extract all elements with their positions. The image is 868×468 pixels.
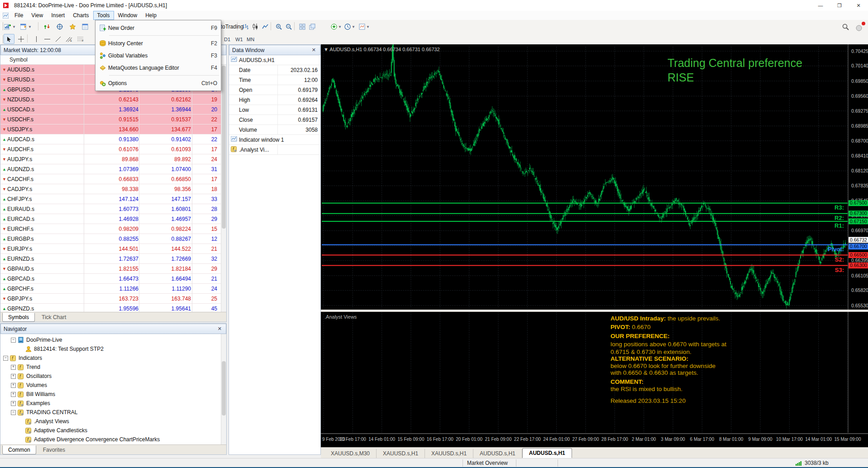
timeframe-mn-button[interactable]: MN (244, 34, 257, 44)
crosshair-button[interactable] (15, 34, 26, 44)
data-window-section-9[interactable]: f.Analyst Vi... (229, 145, 320, 155)
expand-icon[interactable]: + (11, 392, 16, 397)
tab-common[interactable]: Common (2, 445, 36, 454)
chart-window[interactable]: Trading Central preferenceRISE▼ AUDUSD.s… (321, 44, 868, 447)
trendline-button[interactable] (52, 34, 63, 44)
menu-item-history-center[interactable]: History CenterF2 (95, 37, 221, 49)
tab-favorites[interactable]: Favorites (37, 445, 71, 454)
market-watch-row-eurnzd-s[interactable]: ▲EURNZD.s1.726371.7266932 (0, 254, 226, 264)
expand-icon[interactable]: + (11, 365, 16, 370)
navigator-item-oscillators[interactable]: +fOscillators (0, 372, 226, 381)
menu-file[interactable]: File (11, 11, 27, 19)
periods-button[interactable]: ▼ (344, 21, 356, 32)
navigator-scrollbar[interactable] (221, 334, 226, 445)
chart-tab-xauusd-s-h1-2[interactable]: XAUUSD.s,H1 (425, 449, 473, 458)
indicators-button[interactable]: ▼ (330, 21, 342, 32)
close-icon[interactable]: ✕ (216, 326, 223, 332)
menu-item-options[interactable]: OptionsCtrl+O (95, 77, 221, 89)
tab-symbols[interactable]: Symbols (2, 313, 35, 322)
menu-item-metaquotes-language-editor[interactable]: MetaQuotes Language EditorF4 (95, 62, 221, 74)
menu-insert[interactable]: Insert (48, 11, 68, 19)
chart-tab-audusd-s-h1-3[interactable]: AUDUSD.s,H1 (473, 449, 522, 458)
navigator-item-adaptive-divergence-convergence-chartpri[interactable]: fAdaptive Divergence Convergence ChartPr… (0, 435, 226, 444)
market-watch-row-gbpjpy-s[interactable]: ▼GBPJPY.s163.723163.74825 (0, 294, 226, 304)
data-window-title-bar[interactable]: Data Window ✕ (229, 45, 320, 55)
cascade-windows-button[interactable] (307, 21, 318, 32)
menu-item-global-variables[interactable]: Global VariablesF3 (95, 49, 221, 62)
menu-item-new-order[interactable]: New OrderF9 (95, 22, 221, 34)
close-icon[interactable]: ✕ (310, 47, 317, 53)
maximize-button[interactable]: ❐ (830, 0, 849, 11)
market-watch-row-nzdusd-s[interactable]: ▼NZDUSD.s0.621430.6216219 (0, 95, 226, 105)
navigator-item-8812414-test-support-stp2[interactable]: 8812414: Test Support STP2 (0, 344, 226, 353)
navigator-item-trading-central[interactable]: −fTRADING CENTRAL (0, 408, 226, 417)
collapse-icon[interactable]: − (3, 356, 8, 361)
navigator-item-trend[interactable]: +fTrend (0, 363, 226, 372)
notifications-button[interactable] (854, 23, 864, 33)
profiles-button[interactable]: ▼ (20, 21, 32, 32)
market-watch-row-usdchf-s[interactable]: ▼USDCHF.s0.915150.9153722 (0, 115, 226, 124)
market-watch-row-eurchf-s[interactable]: ▼EURCHF.s0.982090.9822415 (0, 224, 226, 234)
chart-tab-xauusd-s-h1-1[interactable]: XAUUSD.s,H1 (377, 449, 425, 458)
zoom-out-button[interactable] (283, 21, 294, 32)
menu-charts[interactable]: Charts (69, 11, 92, 19)
menu-window[interactable]: Window (114, 11, 141, 19)
navigator-item--analyst-views[interactable]: f.Analyst Views (0, 417, 226, 426)
menu-help[interactable]: Help (142, 11, 160, 19)
navigator-title-bar[interactable]: Navigator ✕ (0, 324, 226, 334)
navigator-item-indicators[interactable]: −fIndicators (0, 353, 226, 363)
data-window-row-open[interactable]: Open0.69179 (229, 85, 320, 95)
market-watch-row-euraud-s[interactable]: ▲EURAUD.s1.607731.6080128 (0, 204, 226, 214)
market-watch-row-eurjpy-s[interactable]: ▼EURJPY.s144.501144.52221 (0, 244, 226, 254)
expand-icon[interactable]: + (11, 401, 16, 406)
data-window-row-high[interactable]: High0.69264 (229, 95, 320, 105)
market-watch-row-audcad-s[interactable]: ▲AUDCAD.s0.913800.9140222 (0, 134, 226, 144)
fibonacci-button[interactable]: F (75, 34, 86, 44)
navigator-button[interactable] (67, 21, 78, 32)
collapse-icon[interactable]: − (11, 410, 16, 415)
tile-windows-button[interactable] (297, 21, 308, 32)
market-watch-row-cadchf-s[interactable]: ▼CADCHF.s0.668330.6685017 (0, 174, 226, 184)
candlestick-chart-button[interactable] (250, 21, 261, 32)
new-chart-button[interactable]: ▼ (4, 21, 16, 32)
line-chart-button[interactable] (260, 21, 271, 32)
market-watch-row-audjpy-s[interactable]: ▼AUDJPY.s89.86889.89224 (0, 154, 226, 164)
market-watch-button[interactable] (42, 21, 52, 32)
navigator-item-volumes[interactable]: +fVolumes (0, 381, 226, 390)
market-watch-scrollbar[interactable] (221, 65, 226, 312)
data-window-row-close[interactable]: Close0.69157 (229, 115, 320, 125)
expand-icon[interactable]: + (11, 374, 16, 379)
navigator-item-dooprime-live[interactable]: −DooPrime-Live (0, 335, 226, 344)
market-watch-row-cadjpy-s[interactable]: ▼CADJPY.s98.33898.35618 (0, 184, 226, 194)
market-watch-row-audchf-s[interactable]: ▼AUDCHF.s0.610760.6109317 (0, 144, 226, 154)
search-button[interactable] (840, 21, 851, 32)
minimize-button[interactable]: — (811, 0, 830, 11)
market-watch-row-audnzd-s[interactable]: ▲AUDNZD.s1.073691.0740031 (0, 164, 226, 174)
market-watch-row-gbpnzd-s[interactable]: ▲GBPNZD.s1.955961.9564145 (0, 304, 226, 312)
expand-icon[interactable]: + (11, 383, 16, 388)
market-watch-row-chfjpy-s[interactable]: ▲CHFJPY.s147.124147.15733 (0, 194, 226, 204)
navigator-item-bill-williams[interactable]: +fBill Williams (0, 390, 226, 399)
data-window-row-volume[interactable]: Volume3058 (229, 125, 320, 135)
equidistant-channel-button[interactable]: E (63, 34, 74, 44)
tab-tick-chart[interactable]: Tick Chart (36, 313, 72, 322)
market-watch-row-usdcad-s[interactable]: ▲USDCAD.s1.369241.3694420 (0, 105, 226, 115)
data-window-section-0[interactable]: AUDUSD.s,H1 (229, 55, 320, 65)
market-watch-row-eurcad-s[interactable]: ▲EURCAD.s1.469281.4695729 (0, 214, 226, 224)
market-watch-row-gbpaud-s[interactable]: ▼GBPAUD.s1.821551.8218429 (0, 264, 226, 274)
data-window-section-8[interactable]: Indicator window 1 (229, 135, 320, 145)
market-watch-row-usdjpy-s[interactable]: ▼USDJPY.s134.660134.67717 (0, 124, 226, 134)
timeframe-d1-button[interactable]: D1 (221, 34, 233, 44)
menu-view[interactable]: View (28, 11, 47, 19)
data-window-row-low[interactable]: Low0.69131 (229, 105, 320, 115)
market-watch-row-eurgbp-s[interactable]: ▲EURGBP.s0.882550.8826712 (0, 234, 226, 244)
zoom-in-button[interactable] (273, 21, 284, 32)
vertical-line-button[interactable] (31, 34, 42, 44)
market-watch-row-gbpcad-s[interactable]: ▲GBPCAD.s1.664731.6649421 (0, 274, 226, 284)
close-button[interactable]: ✕ (849, 0, 868, 11)
data-window-row-date[interactable]: Date2023.02.16 (229, 65, 320, 75)
data-window-button[interactable] (54, 21, 65, 32)
templates-button[interactable]: ▼ (358, 21, 370, 32)
collapse-icon[interactable]: − (11, 338, 16, 343)
bar-chart-button[interactable] (240, 21, 251, 32)
